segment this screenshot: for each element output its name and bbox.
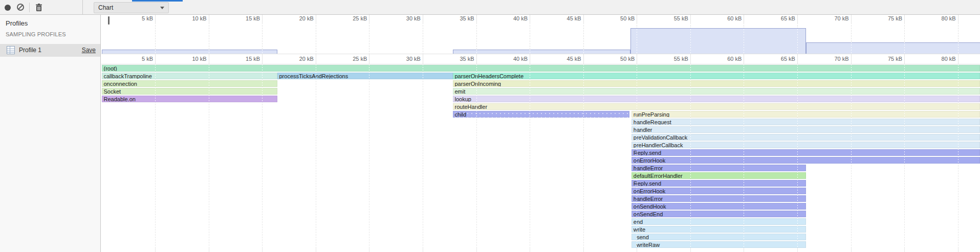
flame-bar[interactable]: emit [453, 88, 980, 95]
chevron-down-icon [160, 7, 164, 9]
gridline-overlay [155, 64, 156, 248]
flame-bar[interactable]: Socket [102, 88, 277, 95]
flame-bar[interactable]: lookup [453, 96, 980, 102]
overview-area-step[interactable] [102, 50, 277, 54]
flame-bar[interactable]: parserOnHeadersComplete [453, 73, 980, 79]
flame-bar[interactable]: parserOnIncoming [453, 80, 980, 87]
toolbar: Chart [0, 0, 980, 15]
flame-bar[interactable]: handleError [631, 165, 806, 171]
flame-bar[interactable]: Reply.send [631, 180, 806, 187]
overview-drag-handle[interactable] [108, 16, 110, 25]
gridline-overlay [690, 24, 691, 54]
flame-bar[interactable]: write_ [631, 226, 806, 233]
ruler-tick-label: 50 kB [620, 56, 637, 62]
ruler-tick-label: 25 kB [353, 56, 369, 62]
flame-bar[interactable]: onconnection [102, 80, 277, 87]
ruler-tick-label: 55 kB [674, 56, 690, 62]
gridline-overlay [476, 64, 477, 248]
flame-bar[interactable]: onErrorHook [631, 188, 806, 194]
ruler-tick-label: 65 kB [781, 56, 797, 62]
ruler-tick-label: 45 kB [567, 56, 583, 62]
flame-bar[interactable]: runPreParsing [631, 111, 980, 118]
view-mode-select[interactable]: Chart [94, 2, 169, 13]
ruler-bottom-divider [101, 64, 980, 64]
flame-bar[interactable]: onSendHook [631, 203, 806, 210]
ruler-tick-label: 40 kB [513, 15, 530, 21]
gridline-overlay [583, 24, 584, 54]
active-tab-indicator [132, 0, 183, 2]
flame-bar[interactable]: handleError [631, 195, 806, 202]
sidebar: Profiles SAMPLING PROFILES Profile 1 Sav… [0, 15, 101, 252]
ruler-tick-label: 40 kB [513, 56, 530, 62]
gridline-overlay [316, 64, 316, 248]
flame-bar[interactable]: defaultErrorHandler [631, 172, 806, 179]
save-link[interactable]: Save [82, 47, 96, 54]
gridline-overlay [797, 24, 798, 54]
ruler-tick-label: 75 kB [888, 56, 904, 62]
gridline-overlay [904, 24, 905, 54]
gridline-overlay [262, 24, 263, 54]
flame-bar[interactable]: end [631, 218, 806, 225]
toolbar-separator [29, 3, 30, 12]
gridline-overlay [155, 24, 156, 54]
flame-bar[interactable]: callbackTrampoline [102, 73, 277, 79]
gridline-overlay [637, 24, 637, 54]
gridline-overlay [958, 64, 959, 248]
ruler-tick-label: 55 kB [674, 15, 690, 21]
trash-icon[interactable] [35, 3, 43, 12]
flame-bar[interactable]: preHandlerCallback [631, 142, 980, 148]
gridline-overlay [744, 64, 744, 248]
gridline-overlay [423, 24, 423, 54]
flame-bar[interactable]: onSendEnd [631, 211, 806, 217]
overview-area-step[interactable] [806, 42, 980, 54]
flame-bar[interactable]: Reply.send [631, 149, 980, 156]
profile-item[interactable]: Profile 1 Save [0, 44, 100, 57]
record-icon[interactable] [5, 5, 11, 11]
ruler-tick-label: 25 kB [353, 15, 369, 21]
ruler-tick-label: 35 kB [460, 56, 476, 62]
flame-bar[interactable]: (root) [102, 65, 980, 72]
gridline-overlay [476, 24, 477, 54]
ruler-tick-label: 15 kB [246, 56, 262, 62]
gridline-overlay [369, 24, 369, 54]
flame-bar[interactable]: handleRequest [631, 119, 980, 125]
gridline-overlay [316, 24, 316, 54]
ruler-tick-label: 15 kB [246, 15, 262, 21]
flame-bar[interactable]: handler [631, 126, 980, 133]
toolbar-divider [82, 0, 83, 15]
flame-bar[interactable]: onErrorHook [631, 157, 980, 164]
gridline-overlay [690, 64, 691, 248]
ruler-tick-label: 20 kB [299, 56, 316, 62]
ruler-tick-label: 5 kB [142, 56, 155, 62]
flame-bar[interactable]: processTicksAndRejections [277, 73, 453, 79]
ruler-tick-label: 20 kB [299, 15, 316, 21]
flame-bar[interactable]: _writeRaw [631, 241, 806, 248]
gridline-overlay [530, 64, 530, 248]
ruler-tick-label: 50 kB [620, 15, 637, 21]
flame-bar[interactable]: child [453, 111, 629, 118]
ruler-tick-label: 35 kB [460, 15, 476, 21]
view-mode-value: Chart [98, 4, 113, 11]
flame-bar[interactable]: routeHandler [453, 103, 980, 110]
flame-bar[interactable]: preValidationCallback [631, 134, 980, 141]
ruler-tick-label: 70 kB [834, 56, 851, 62]
clear-all-icon[interactable] [17, 4, 24, 11]
ruler-tick-label: 75 kB [888, 15, 904, 21]
overview-area-step[interactable] [453, 50, 630, 54]
profile-table-icon [7, 46, 15, 54]
sampling-profiles-heading: SAMPLING PROFILES [6, 31, 66, 37]
ruler-tick-label: 65 kB [781, 15, 797, 21]
ruler-tick-label: 80 kB [942, 15, 958, 21]
flame-bar[interactable]: _send [631, 234, 806, 240]
ruler-tick-label: 30 kB [406, 15, 423, 21]
overview-area-step[interactable] [630, 28, 806, 54]
gridline-overlay [851, 64, 852, 248]
overview-bottom-divider [101, 54, 980, 54]
gridline-overlay [797, 64, 798, 248]
gridline-overlay [209, 64, 209, 248]
gridline-overlay [209, 24, 209, 54]
flame-bar[interactable]: Readable.on [102, 96, 277, 102]
ruler-tick-label: 5 kB [142, 15, 155, 21]
ruler-tick-label: 10 kB [192, 15, 209, 21]
gridline-overlay [637, 64, 637, 248]
